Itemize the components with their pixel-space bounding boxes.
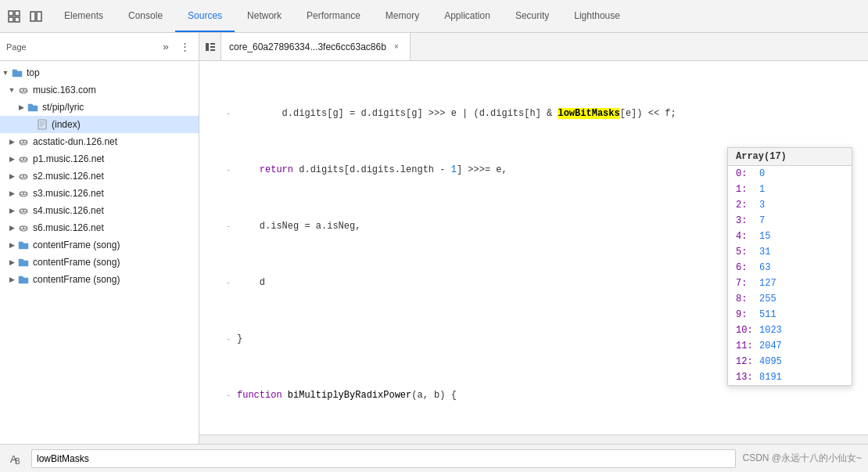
tooltip-value: 127 (759, 276, 777, 290)
chevron-icon: ▼ (0, 67, 11, 78)
tree-item-label: s2.music.126.net (33, 171, 104, 182)
tree-item-s3music[interactable]: ▶s3.music.126.net (0, 185, 199, 202)
tooltip-header: Array(17) (728, 148, 852, 166)
tooltip-value: 7 (759, 214, 765, 228)
tab-lighthouse[interactable]: Lighthouse (561, 0, 633, 32)
devtools-icon-2[interactable] (27, 7, 45, 26)
tooltip-value: 31 (759, 245, 770, 259)
tree-item-index[interactable]: (index) (0, 116, 199, 133)
tooltip-item: 4: 15 (728, 229, 852, 244)
svg-point-21 (23, 175, 27, 178)
more-sources-btn[interactable]: » (158, 39, 174, 55)
chevron-icon: ▼ (6, 85, 17, 95)
svg-rect-34 (210, 49, 215, 51)
tree-item-s4music[interactable]: ▶s4.music.126.net (0, 202, 199, 219)
cloud-icon (17, 84, 30, 96)
tooltip-index: 10: (736, 323, 759, 337)
tooltip-value: 63 (759, 261, 770, 275)
file-tab[interactable]: core_60a27896334...3fec6cc63ac86b × (221, 33, 411, 60)
tooltip-index: 3: (736, 214, 759, 228)
tooltip-index: 13: (736, 370, 759, 384)
tree-item-contentframe1[interactable]: ▶contentFrame (song) (0, 236, 199, 254)
tooltip-index: 9: (736, 308, 759, 322)
cloud-icon (17, 153, 30, 165)
sidebar-toolbar: Page » ⋮ (0, 33, 199, 61)
tree-item-music163[interactable]: ▼music.163.com (0, 81, 199, 99)
tooltip-value: 0 (759, 167, 765, 181)
tooltip-item: 11: 2047 (728, 338, 852, 354)
cloud-icon (17, 135, 30, 148)
chevron-icon: ▶ (6, 188, 17, 199)
tooltip-index: 2: (736, 198, 759, 212)
tree-item-stpipdir[interactable]: ▶st/pip/lyric (0, 99, 199, 116)
tooltip-value: 15 (759, 229, 770, 243)
sidebar-toggle-btn[interactable] (199, 33, 221, 61)
tree-item-acstatic[interactable]: ▶acstatic-dun.126.net (0, 133, 199, 150)
tooltip-item: 8: 255 (728, 291, 852, 307)
svg-point-24 (23, 192, 27, 195)
tab-elements[interactable]: Elements (52, 0, 116, 32)
tree-item-label: acstatic-dun.126.net (33, 136, 117, 147)
cloud-icon (17, 170, 30, 182)
tree-item-label: st/pip/lyric (42, 102, 84, 113)
tree-item-contentframe2[interactable]: ▶contentFrame (song) (0, 254, 199, 271)
code-panel: core_60a27896334...3fec6cc63ac86b × - d.… (199, 33, 868, 444)
tooltip-value: 1 (759, 182, 765, 196)
svg-rect-1 (15, 11, 20, 16)
code-scrollbar[interactable] (199, 434, 868, 444)
tooltip-value: 255 (759, 292, 777, 306)
devtools-icon-1[interactable] (5, 7, 23, 26)
svg-rect-4 (30, 12, 35, 21)
file-tab-close[interactable]: × (391, 41, 402, 52)
code-line: - d.digits[g] = d.digits[g] >>> e | (d.d… (199, 106, 868, 121)
bottom-bar: A B CSDN @永远十八的小仙女~ (0, 444, 868, 472)
tooltip-item: 10: 1023 (728, 322, 852, 338)
code-line: - function biMultiplyByRadixPower(a, b) … (199, 388, 868, 402)
svg-point-27 (23, 209, 27, 212)
tab-security[interactable]: Security (503, 0, 561, 32)
tree-item-s6music[interactable]: ▶s6.music.126.net (0, 219, 199, 236)
main-layout: Page » ⋮ ▼top▼music.163.com▶st/pip/lyric… (0, 33, 868, 444)
sidebar: Page » ⋮ ▼top▼music.163.com▶st/pip/lyric… (0, 33, 199, 444)
tree-item-label: music.163.com (33, 85, 96, 95)
tab-memory[interactable]: Memory (373, 0, 432, 32)
tree-item-top[interactable]: ▼top (0, 64, 199, 81)
tree-item-s2music[interactable]: ▶s2.music.126.net (0, 168, 199, 185)
tooltip-item: 13: 8191 (728, 369, 852, 385)
chevron-icon: ▶ (6, 205, 17, 216)
tree-item-label: s3.music.126.net (33, 188, 104, 199)
svg-point-8 (23, 88, 27, 92)
search-toggle-btn[interactable]: A B (6, 449, 25, 468)
tooltip-popup: Array(17) 0: 01: 12: 33: 74: 155: 316: 6… (727, 147, 852, 386)
tree-item-label: top (27, 67, 40, 78)
tooltip-index: 6: (736, 261, 759, 275)
tab-application[interactable]: Application (432, 0, 503, 32)
sidebar-menu-btn[interactable]: ⋮ (177, 39, 192, 55)
chevron-icon: ▶ (6, 171, 17, 182)
tree-item-label: contentFrame (song) (33, 274, 120, 285)
tooltip-index: 4: (736, 229, 759, 243)
code-area[interactable]: - d.digits[g] = d.digits[g] >>> e | (d.d… (199, 61, 868, 434)
tree-item-p1music[interactable]: ▶p1.music.126.net (0, 150, 199, 168)
tree-item-label: (index) (52, 119, 81, 130)
tooltip-item: 6: 63 (728, 260, 852, 276)
tree-item-label: p1.music.126.net (33, 153, 104, 164)
tooltip-item: 12: 4095 (728, 354, 852, 369)
folder-icon (17, 273, 30, 286)
svg-point-15 (23, 140, 27, 143)
chevron-icon: ▶ (6, 240, 17, 250)
tree-item-label: s6.music.126.net (33, 222, 104, 233)
cloud-icon (17, 204, 30, 217)
tree-item-contentframe3[interactable]: ▶contentFrame (song) (0, 271, 199, 288)
tab-console[interactable]: Console (116, 0, 175, 32)
folder-open-icon (11, 67, 23, 79)
tooltip-value: 511 (759, 308, 777, 322)
tab-sources[interactable]: Sources (175, 0, 235, 32)
tab-network[interactable]: Network (235, 0, 294, 32)
search-input[interactable] (31, 449, 736, 468)
chevron-icon: ▶ (6, 274, 17, 285)
file-icon (36, 118, 48, 131)
svg-rect-5 (37, 12, 41, 21)
tab-performance[interactable]: Performance (294, 0, 373, 32)
toolbar: ElementsConsoleSourcesNetworkPerformance… (0, 0, 868, 33)
